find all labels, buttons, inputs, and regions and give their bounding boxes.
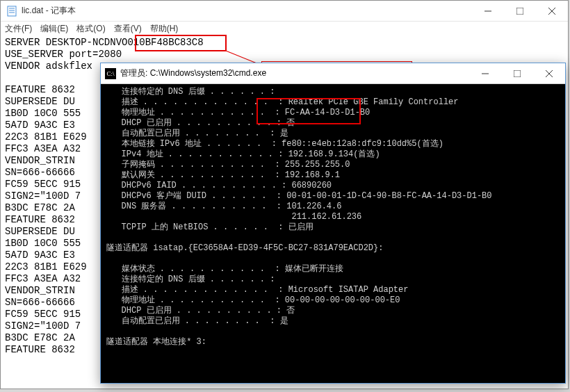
cmd-close-button[interactable] — [533, 63, 565, 84]
cmd-output[interactable]: 连接特定的 DNS 后缀 . . . . . . : 描述 . . . . . … — [101, 84, 565, 383]
menubar: 文件(F) 编辑(E) 格式(O) 查看(V) 帮助(H) — [1, 22, 568, 35]
menu-help[interactable]: 帮助(H) — [150, 23, 179, 35]
maximize-button[interactable] — [504, 1, 536, 22]
cmd-icon: C:\ — [105, 68, 116, 79]
cmd-title: 管理员: C:\Windows\system32\cmd.exe — [120, 67, 469, 79]
menu-file[interactable]: 文件(F) — [5, 23, 32, 35]
svg-rect-0 — [8, 6, 16, 16]
cmd-titlebar[interactable]: C:\ 管理员: C:\Windows\system32\cmd.exe — [101, 63, 565, 84]
cmd-window-buttons — [469, 63, 565, 84]
cmd-window: C:\ 管理员: C:\Windows\system32\cmd.exe 连接特… — [100, 63, 566, 384]
minimize-button[interactable] — [472, 1, 504, 22]
svg-rect-5 — [516, 8, 523, 15]
notepad-title: lic.dat - 记事本 — [22, 5, 472, 17]
notepad-icon — [6, 6, 17, 17]
close-button[interactable] — [536, 1, 568, 22]
menu-view[interactable]: 查看(V) — [114, 23, 142, 35]
menu-format[interactable]: 格式(O) — [76, 23, 105, 35]
svg-rect-9 — [514, 70, 521, 77]
notepad-titlebar[interactable]: lic.dat - 记事本 — [1, 1, 568, 22]
cmd-maximize-button[interactable] — [501, 63, 533, 84]
cmd-minimize-button[interactable] — [469, 63, 501, 84]
menu-edit[interactable]: 编辑(E) — [40, 23, 68, 35]
window-buttons — [472, 1, 568, 22]
